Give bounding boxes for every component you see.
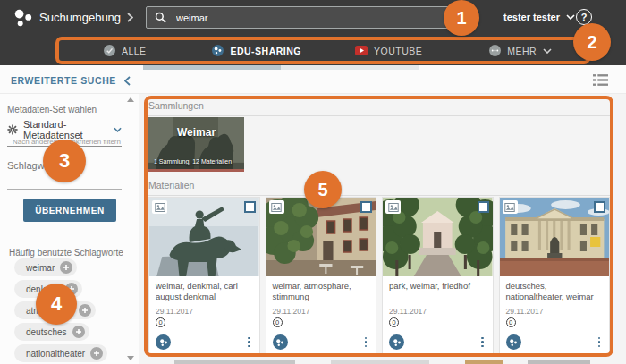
add-keyword-icon[interactable]	[60, 261, 72, 274]
edu-sharing-search-screen: Suchumgebung tester tester ?	[0, 0, 626, 364]
page-title: Suchumgebung	[39, 11, 121, 24]
image-type-icon	[152, 200, 167, 214]
options-menu-icon[interactable]	[244, 335, 254, 350]
material-date: 29.11.2017	[389, 307, 487, 316]
materials-grid: weimar, denkmal, carl august denkmal 29.…	[148, 197, 610, 355]
material-card[interactable]: weimar, denkmal, carl august denkmal 29.…	[148, 197, 260, 355]
license-cc0-icon: 0	[156, 317, 165, 327]
user-name: tester tester	[503, 12, 560, 22]
options-menu-icon[interactable]	[361, 335, 371, 350]
chevron-down-icon	[543, 48, 552, 54]
search-icon	[155, 12, 166, 23]
youtube-icon	[355, 46, 368, 55]
source-tabbar: ALLE EDU-SHARING YOUTUBE	[0, 36, 626, 65]
image-type-icon	[269, 200, 284, 214]
chip-label: deutsches	[26, 327, 67, 337]
frequent-keywords-label: Häufig benutzte Schlagworte	[9, 248, 123, 258]
open-material-button[interactable]	[506, 334, 521, 350]
advanced-search-label: ERWEITERTE SUCHE	[11, 75, 116, 86]
material-thumbnail	[500, 198, 610, 276]
collection-counts: 1 Sammlung, 12 Materialien	[154, 158, 232, 165]
keyword-chip-weimar[interactable]: weimar	[14, 258, 77, 276]
search-box[interactable]	[146, 6, 464, 29]
add-keyword-icon[interactable]	[79, 304, 91, 317]
tab-edu-sharing[interactable]: EDU-SHARING	[191, 36, 324, 65]
collection-title: Weimar	[148, 126, 244, 139]
material-date: 29.11.2017	[506, 307, 605, 316]
user-menu[interactable]: tester tester	[503, 12, 575, 22]
material-title: weimar, atmosphäre, stimmung	[273, 281, 371, 304]
topbar: Suchumgebung tester tester ?	[0, 0, 626, 36]
keyword-chip-deutsches[interactable]: deutsches	[14, 323, 89, 341]
chevron-down-icon	[566, 14, 575, 20]
chevron-down-icon	[114, 127, 122, 132]
list-view-icon[interactable]	[593, 74, 608, 86]
chip-label: weimar	[26, 263, 55, 273]
active-tab-indicator	[143, 65, 281, 70]
gear-icon	[7, 124, 18, 135]
image-type-icon	[503, 200, 518, 214]
image-type-icon	[385, 200, 401, 214]
more-sources-icon	[489, 45, 501, 56]
select-checkbox[interactable]	[478, 201, 489, 213]
material-card[interactable]: weimar, atmosphäre, stimmung 29.11.2017 …	[266, 197, 377, 355]
open-material-button[interactable]	[273, 334, 288, 350]
material-card[interactable]: park, weimar, friedhof 29.11.2017 0	[382, 197, 494, 355]
open-material-button[interactable]	[389, 334, 404, 350]
select-checkbox[interactable]	[594, 201, 605, 213]
tab-label: ALLE	[122, 46, 147, 56]
materials-section-header: Materialien	[148, 180, 610, 196]
options-menu-icon[interactable]	[478, 335, 487, 350]
tab-mehr[interactable]: MEHR	[455, 36, 588, 65]
next-row-preview	[139, 360, 626, 364]
results-area: Sammlungen Weimar 1 Sammlung, 12 Materia…	[139, 94, 626, 364]
tab-label: EDU-SHARING	[230, 46, 301, 56]
edu-sharing-logo-icon	[13, 8, 33, 28]
apply-button[interactable]: ÜBERNEHMEN	[23, 199, 116, 222]
annotation-badge-5: 5	[304, 171, 342, 208]
edu-sharing-icon	[212, 45, 224, 56]
material-title: park, weimar, friedhof	[389, 281, 487, 304]
tab-label: YOUTUBE	[374, 46, 422, 56]
license-cc0-icon: 0	[389, 317, 399, 327]
material-date: 29.11.2017	[156, 307, 254, 316]
chevron-right-icon[interactable]	[127, 13, 133, 22]
annotation-badge-3: 3	[43, 140, 86, 182]
tab-youtube[interactable]: YOUTUBE	[323, 36, 455, 65]
subheader: ERWEITERTE SUCHE	[0, 65, 626, 94]
tab-indicator-track	[281, 65, 419, 70]
keyword-chip-nationaltheater[interactable]: nationaltheater	[14, 344, 107, 362]
scroll-up-arrow[interactable]	[127, 97, 134, 102]
options-menu-icon[interactable]	[595, 335, 605, 350]
tab-alle[interactable]: ALLE	[59, 36, 191, 65]
scroll-down-arrow[interactable]	[127, 356, 134, 360]
material-thumbnail	[266, 198, 376, 276]
metadata-set-label: Metadaten-Set wählen	[7, 105, 97, 114]
annotation-badge-4: 4	[36, 284, 77, 325]
annotation-badge-2: 2	[573, 23, 611, 61]
material-thumbnail	[149, 198, 259, 276]
material-card[interactable]: deutsches, nationaltheater, weimar 29.11…	[499, 197, 611, 355]
license-cc0-icon: 0	[506, 317, 516, 327]
sidebar-scrollbar[interactable]	[126, 96, 134, 362]
license-cc0-icon: 0	[273, 317, 283, 327]
search-input[interactable]	[174, 12, 455, 24]
chevron-left-icon	[124, 76, 131, 86]
keyword-input[interactable]	[7, 189, 122, 190]
material-date: 29.11.2017	[273, 307, 371, 316]
all-sources-icon	[104, 45, 115, 56]
select-checkbox[interactable]	[360, 201, 372, 213]
material-title: weimar, denkmal, carl august denkmal	[156, 281, 254, 304]
add-keyword-icon[interactable]	[90, 347, 103, 360]
filter-sidebar: Metadaten-Set wählen Standard-Metadatens…	[0, 94, 139, 364]
material-title: deutsches, nationaltheater, weimar	[506, 281, 605, 304]
open-material-button[interactable]	[156, 334, 171, 350]
annotation-badge-1: 1	[444, 0, 479, 36]
chip-label: nationaltheater	[26, 349, 85, 359]
material-thumbnail	[383, 198, 493, 276]
collection-card-weimar[interactable]: Weimar 1 Sammlung, 12 Materialien	[148, 117, 244, 172]
advanced-search-toggle[interactable]: ERWEITERTE SUCHE	[11, 75, 131, 86]
add-keyword-icon[interactable]	[72, 326, 85, 338]
select-checkbox[interactable]	[244, 201, 256, 213]
collections-section-header: Sammlungen	[148, 100, 610, 116]
